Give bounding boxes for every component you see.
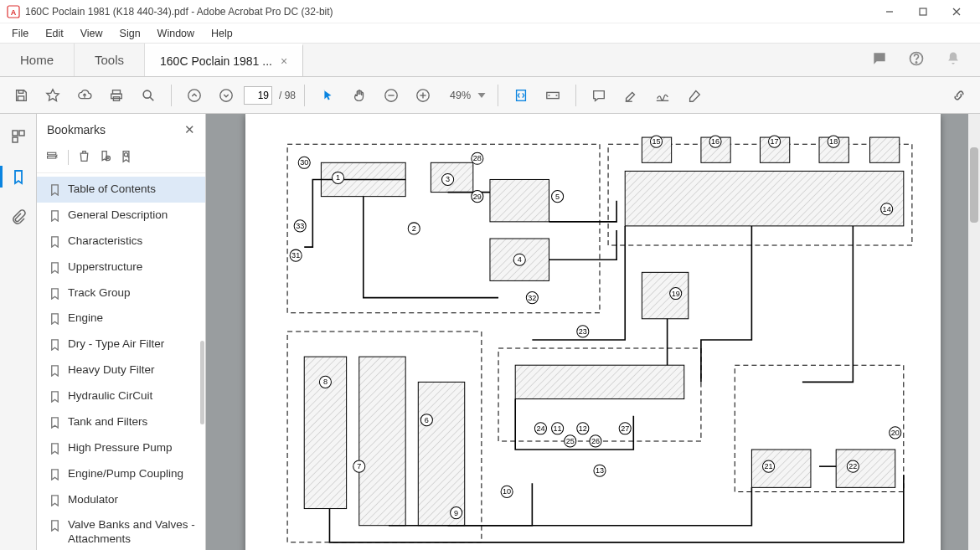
- bookmark-item[interactable]: Valve Banks and Valves - Attachments: [37, 512, 205, 550]
- svg-rect-55: [359, 357, 405, 526]
- star-button[interactable]: [39, 81, 67, 110]
- document-scrollbar-thumb[interactable]: [970, 147, 978, 223]
- bookmark-item[interactable]: High Pressure Pump: [37, 435, 205, 461]
- cloud-button[interactable]: [70, 81, 99, 110]
- help-icon[interactable]: [908, 50, 925, 69]
- menu-file[interactable]: File: [3, 25, 37, 42]
- svg-text:17: 17: [771, 137, 779, 146]
- zoom-dropdown-button[interactable]: [474, 81, 489, 110]
- tab-home[interactable]: Home: [0, 44, 75, 76]
- save-button[interactable]: [7, 81, 35, 110]
- menu-help[interactable]: Help: [203, 25, 241, 42]
- bookmark-item[interactable]: Table of Contents: [37, 177, 205, 203]
- bookmarks-panel: Bookmarks ✕ Table of ContentsGeneral Des…: [37, 114, 206, 550]
- document-scrollbar[interactable]: [968, 114, 980, 550]
- zoom-out-button[interactable]: [377, 81, 405, 110]
- svg-text:6: 6: [425, 416, 429, 424]
- bookmark-item[interactable]: Track Group: [37, 280, 205, 306]
- bookmark-label: Modulator: [68, 493, 118, 507]
- svg-text:9: 9: [454, 509, 458, 517]
- page-total-label: / 98: [279, 90, 296, 101]
- svg-text:13: 13: [596, 466, 604, 475]
- svg-text:5: 5: [555, 193, 560, 201]
- svg-text:18: 18: [829, 137, 838, 146]
- page-number-input[interactable]: [244, 86, 272, 105]
- svg-rect-30: [48, 157, 56, 159]
- tab-close-button[interactable]: ×: [281, 54, 287, 68]
- svg-text:A: A: [11, 8, 17, 17]
- share-link-button[interactable]: [945, 81, 973, 110]
- tab-row: Home Tools 160C Poclain 1981 ... ×: [0, 44, 980, 77]
- svg-text:28: 28: [473, 154, 482, 162]
- page-up-button[interactable]: [180, 81, 209, 110]
- highlight-button[interactable]: [616, 81, 645, 110]
- bookmark-item[interactable]: Engine/Pump Coupling: [37, 461, 205, 487]
- svg-point-13: [143, 90, 151, 98]
- search-button[interactable]: [134, 81, 162, 110]
- bookmarks-panel-button[interactable]: [6, 164, 31, 189]
- svg-line-14: [150, 97, 153, 100]
- zoom-in-button[interactable]: [409, 81, 437, 110]
- svg-text:29: 29: [473, 193, 482, 201]
- bookmark-item[interactable]: Hydraulic CirCuit: [37, 383, 205, 409]
- bookmark-item[interactable]: Modulator: [37, 487, 205, 513]
- svg-text:27: 27: [621, 424, 629, 433]
- bookmarks-panel-title: Bookmarks: [47, 123, 106, 136]
- sticky-note-button[interactable]: [585, 81, 613, 110]
- menu-window[interactable]: Window: [149, 25, 203, 42]
- svg-rect-26: [13, 131, 18, 136]
- thumbnails-panel-button[interactable]: [6, 124, 31, 149]
- attachments-panel-button[interactable]: [6, 204, 31, 229]
- window-maximize-button[interactable]: [906, 2, 940, 22]
- svg-text:3: 3: [446, 175, 450, 183]
- svg-text:20: 20: [891, 429, 900, 437]
- bookmarks-find-button[interactable]: [119, 149, 133, 166]
- svg-rect-3: [920, 8, 926, 15]
- window-close-button[interactable]: [940, 2, 973, 22]
- tab-document[interactable]: 160C Poclain 1981 ... ×: [145, 44, 303, 76]
- bookmark-label: Heavy Duty Filter: [68, 363, 155, 378]
- svg-text:23: 23: [579, 327, 587, 336]
- bookmarks-new-button[interactable]: [98, 149, 112, 166]
- eraser-button[interactable]: [680, 81, 709, 110]
- svg-text:15: 15: [652, 137, 660, 146]
- fit-page-button[interactable]: [507, 81, 535, 110]
- svg-rect-53: [869, 137, 899, 162]
- bookmarks-delete-button[interactable]: [77, 149, 91, 166]
- fit-width-button[interactable]: [539, 81, 567, 110]
- page-down-button[interactable]: [212, 81, 240, 110]
- bookmarks-panel-close-button[interactable]: ✕: [184, 122, 195, 137]
- print-button[interactable]: [102, 81, 131, 110]
- svg-text:24: 24: [536, 424, 544, 433]
- zoom-value-label: 49%: [441, 90, 471, 101]
- bookmarks-scrollbar-thumb[interactable]: [200, 341, 204, 424]
- tab-tools[interactable]: Tools: [75, 44, 145, 76]
- hand-tool-button[interactable]: [345, 81, 374, 110]
- svg-text:16: 16: [711, 137, 720, 146]
- svg-point-7: [916, 62, 916, 63]
- bookmarks-options-button[interactable]: [45, 149, 59, 166]
- bookmark-label: Tank and Filters: [68, 415, 147, 429]
- svg-rect-56: [418, 382, 464, 525]
- bookmark-item[interactable]: Heavy Duty Filter: [37, 357, 205, 383]
- sign-button[interactable]: [648, 81, 677, 110]
- svg-point-34: [124, 153, 127, 157]
- svg-text:2: 2: [412, 224, 416, 233]
- select-tool-button[interactable]: [313, 81, 342, 110]
- comment-icon[interactable]: [871, 50, 888, 69]
- document-viewport[interactable]: 1 2 3 4 5 6 7 8 9 10 11 12 13 14 15 16 1: [206, 114, 980, 550]
- menu-edit[interactable]: Edit: [37, 25, 72, 42]
- bell-icon[interactable]: [945, 50, 962, 69]
- window-title: 160C Poclain 1981 (K18 440-34).pdf - Ado…: [25, 6, 873, 18]
- menu-view[interactable]: View: [72, 25, 111, 42]
- bookmark-label: General Description: [68, 208, 168, 223]
- bookmark-item[interactable]: Dry - Type Air Filter: [37, 332, 205, 357]
- bookmark-item[interactable]: Engine: [37, 306, 205, 332]
- bookmark-item[interactable]: Characteristics: [37, 229, 205, 254]
- bookmark-item[interactable]: Tank and Filters: [37, 409, 205, 435]
- menu-sign[interactable]: Sign: [111, 25, 149, 42]
- window-minimize-button[interactable]: [873, 2, 906, 22]
- bookmark-item[interactable]: General Description: [37, 203, 205, 229]
- bookmark-item[interactable]: Upperstructure: [37, 254, 205, 280]
- svg-text:25: 25: [566, 437, 575, 445]
